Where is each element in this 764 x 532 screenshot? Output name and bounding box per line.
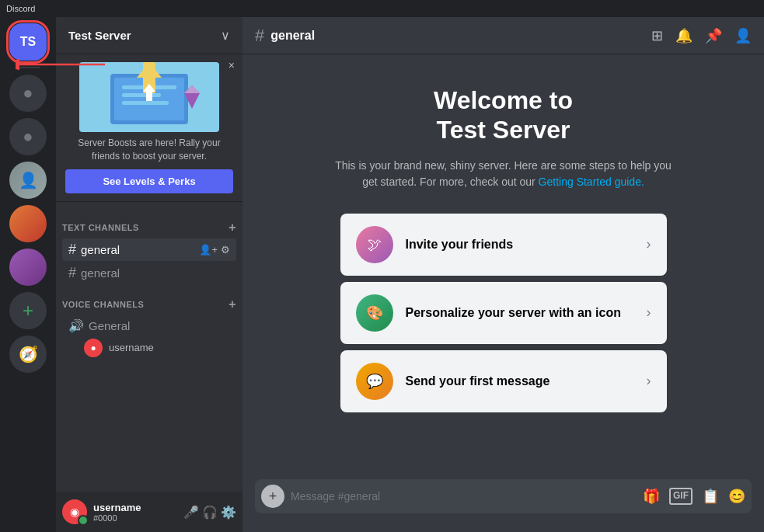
personalize-label: Personalize your server with an icon bbox=[406, 306, 621, 320]
user-info: username #0000 bbox=[93, 502, 180, 523]
action-cards: 🕊 Invite your friends › 🎨 bbox=[340, 214, 667, 412]
boost-button[interactable]: See Levels & Perks bbox=[65, 169, 233, 193]
message-svg: 💬 bbox=[364, 370, 385, 392]
server-avatar-3: 👤 bbox=[9, 162, 47, 199]
invite-friends-label: Invite your friends bbox=[406, 238, 514, 252]
voice-member: ● username bbox=[62, 337, 236, 359]
channel-sidebar: Test Server ∨ × bbox=[56, 17, 242, 532]
add-server-icon: + bbox=[23, 300, 33, 322]
invite-friends-chevron-icon: › bbox=[647, 236, 651, 252]
text-channels-header: TEXT CHANNELS + bbox=[56, 208, 242, 238]
emoji-icon[interactable]: 😊 bbox=[728, 488, 745, 505]
first-message-label: Send your first message bbox=[406, 374, 550, 388]
voice-channels-header: VOICE CHANNELS + bbox=[56, 285, 242, 315]
channel-header: # general ⊞ 🔔 📌 👤 bbox=[242, 17, 764, 54]
main-content: # general ⊞ 🔔 📌 👤 Welcome toTest Server … bbox=[242, 17, 764, 532]
pin-icon[interactable]: 📌 bbox=[705, 27, 722, 44]
invite-friends-card-left: 🕊 Invite your friends bbox=[356, 226, 514, 263]
channel-header-hash-icon: # bbox=[255, 26, 264, 46]
boost-banner: × bbox=[56, 54, 242, 202]
message-input-box: + 🎁 GIF 📋 😊 bbox=[255, 479, 752, 513]
channel-hash-icon: # bbox=[68, 242, 76, 258]
boost-banner-text: Server Boosts are here! Rally your frien… bbox=[65, 137, 233, 163]
member-list-icon[interactable]: 👤 bbox=[734, 27, 752, 44]
server-icon-ts[interactable]: TS bbox=[9, 23, 47, 61]
svg-text:🕊: 🕊 bbox=[368, 237, 382, 252]
channel-hash-icon-2: # bbox=[68, 265, 76, 281]
server-icon-label-1: ● bbox=[23, 83, 33, 103]
explore-button[interactable]: 🧭 bbox=[9, 336, 47, 373]
getting-started-link[interactable]: Getting Started guide. bbox=[539, 176, 644, 188]
svg-rect-5 bbox=[122, 101, 169, 105]
settings-icon[interactable]: ⚙ bbox=[221, 244, 230, 256]
headphones-icon[interactable]: 🎧 bbox=[202, 505, 218, 520]
discord-logo-icon: ● bbox=[90, 342, 96, 353]
app-body: TS ● ● 👤 + 🧭 bbox=[0, 17, 764, 532]
server-icon-label-2: ● bbox=[23, 127, 33, 147]
welcome-title: Welcome toTest Server bbox=[434, 85, 573, 145]
channel-actions: 👤+ ⚙ bbox=[199, 244, 230, 256]
gift-icon[interactable]: 🎁 bbox=[643, 488, 660, 505]
server-icon-1[interactable]: ● bbox=[9, 75, 47, 112]
server-icon-2[interactable]: ● bbox=[9, 118, 47, 155]
channel-item-general-active[interactable]: # general 👤+ ⚙ bbox=[62, 238, 236, 261]
compass-icon: 🧭 bbox=[19, 345, 38, 363]
svg-point-8 bbox=[143, 62, 155, 75]
server-avatar-4 bbox=[9, 205, 47, 242]
add-member-icon[interactable]: 👤+ bbox=[199, 244, 218, 256]
message-input[interactable] bbox=[291, 490, 643, 502]
first-message-chevron-icon: › bbox=[647, 373, 651, 389]
user-controls: 🎤 🎧 ⚙️ bbox=[183, 505, 236, 520]
sticker-icon[interactable]: 📋 bbox=[702, 488, 719, 505]
personalize-card-left: 🎨 Personalize your server with an icon bbox=[356, 294, 621, 332]
mic-icon[interactable]: 🎤 bbox=[183, 505, 199, 520]
add-voice-channel-button[interactable]: + bbox=[229, 297, 236, 311]
server-list: TS ● ● 👤 + 🧭 bbox=[0, 17, 56, 532]
user-discriminator: #0000 bbox=[93, 513, 180, 523]
server-divider bbox=[16, 67, 40, 68]
welcome-area: Welcome toTest Server This is your brand… bbox=[242, 54, 764, 479]
invite-friends-icon: 🕊 bbox=[356, 226, 393, 263]
server-avatar-5 bbox=[9, 249, 47, 286]
server-name: Test Server bbox=[68, 29, 131, 42]
voice-channel-general[interactable]: 🔊 General bbox=[62, 315, 236, 336]
channel-header-name: general bbox=[270, 29, 315, 43]
text-channels-label: TEXT CHANNELS bbox=[62, 223, 139, 232]
server-icon-4[interactable] bbox=[9, 205, 47, 242]
channel-name-general-active: general bbox=[81, 243, 120, 256]
channel-item-general-2[interactable]: # general bbox=[62, 262, 236, 284]
first-message-icon: 💬 bbox=[356, 363, 393, 400]
invite-friends-card[interactable]: 🕊 Invite your friends › bbox=[340, 214, 667, 276]
app-title: Discord bbox=[6, 4, 35, 13]
plus-icon: + bbox=[269, 489, 277, 505]
add-text-channel-button[interactable]: + bbox=[229, 221, 236, 235]
voice-speaker-icon: 🔊 bbox=[68, 318, 84, 333]
user-area: ◉ username #0000 🎤 🎧 ⚙️ bbox=[56, 492, 242, 532]
server-icon-5[interactable] bbox=[9, 249, 47, 286]
notification-bell-icon[interactable]: 🔔 bbox=[675, 27, 692, 44]
add-server-button[interactable]: + bbox=[9, 292, 47, 329]
voice-member-avatar: ● bbox=[84, 339, 103, 357]
server-icon-3[interactable]: 👤 bbox=[9, 162, 47, 199]
server-header[interactable]: Test Server ∨ bbox=[56, 17, 242, 54]
attach-file-button[interactable]: + bbox=[261, 485, 284, 508]
boost-illustration bbox=[79, 62, 219, 132]
welcome-subtitle: This is your brand new, shiny server. He… bbox=[333, 158, 675, 190]
voice-member-name: username bbox=[109, 342, 154, 353]
personalize-card[interactable]: 🎨 Personalize your server with an icon › bbox=[340, 282, 667, 344]
gif-button[interactable]: GIF bbox=[669, 488, 692, 505]
svg-text:💬: 💬 bbox=[366, 373, 384, 390]
personalize-svg: 🎨 bbox=[364, 302, 385, 324]
user-avatar: ◉ bbox=[62, 499, 87, 524]
first-message-card[interactable]: 💬 Send your first message › bbox=[340, 350, 667, 412]
svg-text:🎨: 🎨 bbox=[366, 304, 384, 322]
message-input-icons: 🎁 GIF 📋 😊 bbox=[643, 488, 745, 505]
message-input-area: + 🎁 GIF 📋 😊 bbox=[242, 479, 764, 532]
boost-svg bbox=[79, 62, 219, 132]
voice-channel-name: General bbox=[89, 319, 130, 332]
personalize-icon: 🎨 bbox=[356, 294, 393, 332]
server-label-ts: TS bbox=[20, 35, 36, 49]
threads-icon[interactable]: ⊞ bbox=[651, 27, 663, 44]
boost-banner-close-button[interactable]: × bbox=[229, 59, 235, 71]
user-settings-icon[interactable]: ⚙️ bbox=[221, 505, 236, 520]
